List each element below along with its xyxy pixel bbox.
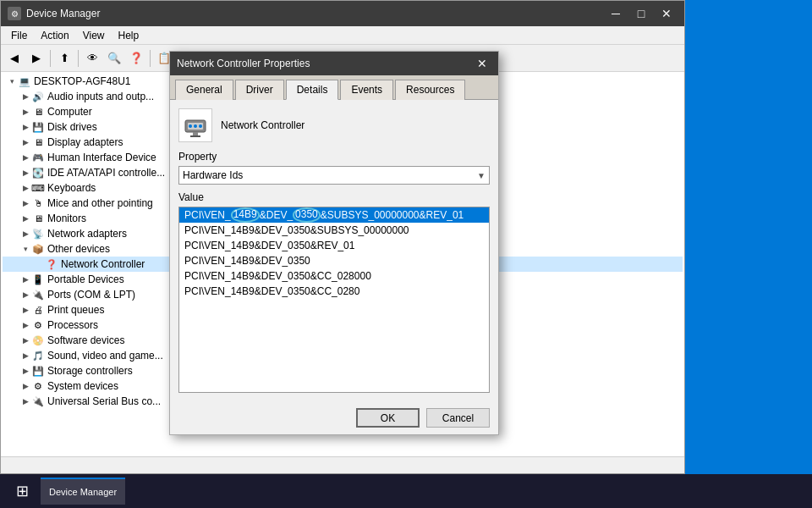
tree-toggle-icon[interactable]: ▶ bbox=[19, 334, 31, 346]
toolbar-help[interactable]: ❓ bbox=[126, 48, 146, 69]
value-list: PCI\VEN_14B9&DEV_0350&SUBSYS_00000000&RE… bbox=[178, 207, 490, 393]
tree-item-icon: 📱 bbox=[31, 273, 45, 286]
toolbar-scan[interactable]: 🔍 bbox=[104, 48, 124, 69]
tree-toggle-icon[interactable]: ▶ bbox=[19, 365, 31, 377]
toolbar-sep-2 bbox=[78, 50, 79, 67]
tree-toggle-icon[interactable]: ▶ bbox=[19, 289, 31, 301]
tree-item-label: Processors bbox=[47, 319, 98, 331]
value-list-item[interactable]: PCI\VEN_14B9&DEV_0350&SUBSYS_00000000 bbox=[179, 223, 489, 238]
menu-action[interactable]: Action bbox=[34, 28, 75, 43]
tree-item-icon: ❓ bbox=[45, 257, 58, 271]
tree-item-icon: 🔊 bbox=[31, 90, 45, 103]
dialog-tab-resources[interactable]: Resources bbox=[395, 80, 465, 100]
cancel-button[interactable]: Cancel bbox=[426, 408, 490, 428]
svg-rect-3 bbox=[190, 135, 200, 137]
value-list-item[interactable]: PCI\VEN_14B9&DEV_0350&REV_01 bbox=[179, 238, 489, 253]
taskbar-dm-item[interactable]: Device Manager bbox=[41, 478, 125, 505]
menu-view[interactable]: View bbox=[76, 28, 112, 43]
tree-toggle-icon[interactable]: ▶ bbox=[19, 395, 31, 407]
svg-point-5 bbox=[194, 124, 197, 128]
value-list-item[interactable]: PCI\VEN_14B9&DEV_0350&CC_028000 bbox=[179, 268, 489, 284]
tree-item-label: Network Controller bbox=[61, 258, 145, 270]
tree-item-icon: 📦 bbox=[31, 242, 45, 256]
tree-item-icon: 📡 bbox=[31, 227, 45, 240]
tree-item-label: Ports (COM & LPT) bbox=[47, 289, 135, 301]
tree-item-label: Monitors bbox=[47, 213, 86, 224]
properties-dialog: Network Controller Properties ✕ GeneralD… bbox=[169, 51, 499, 435]
tree-item-icon: 🎮 bbox=[31, 151, 45, 164]
tree-item-label: Computer bbox=[47, 106, 92, 118]
tree-item-label: Disk drives bbox=[47, 121, 97, 133]
tree-item-label: Sound, video and game... bbox=[47, 350, 163, 362]
tree-toggle-icon[interactable]: ▶ bbox=[19, 121, 31, 133]
tree-toggle-icon[interactable]: ▶ bbox=[19, 152, 31, 163]
menu-file[interactable]: File bbox=[4, 28, 34, 43]
dialog-tab-details[interactable]: Details bbox=[286, 80, 339, 100]
tree-item-icon: 📀 bbox=[31, 334, 45, 347]
dialog-tab-driver[interactable]: Driver bbox=[235, 80, 284, 100]
tree-item-label: Human Interface Device bbox=[47, 152, 156, 163]
dm-titlebar: ⚙ Device Manager ─ □ ✕ bbox=[1, 1, 684, 26]
tree-item-label: Storage controllers bbox=[47, 365, 133, 377]
tree-item-icon: 🖱 bbox=[31, 196, 45, 210]
device-name-label: Network Controller bbox=[221, 119, 304, 131]
tree-item-label: Portable Devices bbox=[47, 273, 124, 285]
toolbar-forward[interactable]: ▶ bbox=[26, 48, 47, 69]
tree-toggle-icon[interactable]: ▶ bbox=[19, 136, 31, 148]
tree-item-label: Network adapters bbox=[47, 228, 127, 240]
tree-toggle-icon[interactable] bbox=[33, 258, 45, 270]
tree-item-icon: 🖥 bbox=[31, 135, 45, 149]
dm-menubar: File Action View Help bbox=[1, 26, 684, 45]
tree-toggle-icon[interactable]: ▶ bbox=[19, 380, 31, 392]
tree-toggle-icon[interactable]: ▶ bbox=[19, 167, 31, 179]
value-list-item[interactable]: PCI\VEN_14B9&DEV_0350&CC_0280 bbox=[179, 284, 489, 299]
tree-toggle-icon[interactable]: ▶ bbox=[19, 106, 31, 118]
menu-help[interactable]: Help bbox=[112, 28, 146, 43]
tree-item-icon: 💾 bbox=[31, 120, 45, 134]
network-controller-icon bbox=[184, 113, 207, 137]
dialog-close-button[interactable]: ✕ bbox=[473, 56, 491, 71]
dialog-titlebar: Network Controller Properties ✕ bbox=[170, 52, 498, 75]
tree-item-label: Print queues bbox=[47, 304, 104, 316]
dropdown-arrow-icon: ▼ bbox=[477, 171, 486, 180]
dm-maximize-button[interactable]: □ bbox=[630, 5, 652, 22]
dm-window-controls: ─ □ ✕ bbox=[605, 5, 678, 22]
tree-toggle-icon[interactable]: ▶ bbox=[19, 319, 31, 331]
value-list-item[interactable]: PCI\VEN_14B9&DEV_0350&SUBSYS_00000000&RE… bbox=[179, 207, 489, 223]
tree-item-label: Display adapters bbox=[47, 136, 123, 148]
tree-item-icon: 🖥 bbox=[31, 212, 45, 225]
tree-item-icon: 🎵 bbox=[31, 349, 45, 362]
svg-point-6 bbox=[199, 124, 202, 128]
toolbar-show-hidden[interactable]: 👁 bbox=[82, 48, 102, 69]
property-dropdown[interactable]: Hardware Ids ▼ bbox=[178, 166, 490, 185]
tree-item-label: Software devices bbox=[47, 334, 124, 346]
svg-rect-2 bbox=[193, 132, 198, 135]
dm-minimize-button[interactable]: ─ bbox=[605, 5, 627, 22]
toolbar-back[interactable]: ◀ bbox=[4, 48, 25, 69]
tree-item-icon: 💽 bbox=[31, 166, 45, 179]
value-label: Value bbox=[178, 191, 490, 203]
tree-toggle-icon[interactable]: ▶ bbox=[19, 228, 31, 240]
dialog-tab-general[interactable]: General bbox=[175, 80, 233, 100]
tree-toggle-icon[interactable]: ▶ bbox=[19, 197, 31, 209]
ok-button[interactable]: OK bbox=[356, 408, 420, 428]
svg-point-4 bbox=[189, 124, 192, 128]
dm-title: Device Manager bbox=[26, 8, 605, 19]
toolbar-up[interactable]: ⬆ bbox=[54, 48, 74, 69]
tree-toggle-icon[interactable]: ▶ bbox=[19, 350, 31, 362]
start-button[interactable]: ⊞ bbox=[7, 478, 37, 505]
tree-toggle-icon[interactable]: ▶ bbox=[19, 304, 31, 316]
tree-toggle-icon[interactable]: ▾ bbox=[19, 243, 31, 255]
dialog-tab-events[interactable]: Events bbox=[340, 80, 393, 100]
tree-item-icon: 🔌 bbox=[31, 395, 45, 408]
tree-toggle-icon[interactable]: ▶ bbox=[19, 182, 31, 194]
tree-toggle-icon[interactable]: ▶ bbox=[19, 213, 31, 224]
value-list-item[interactable]: PCI\VEN_14B9&DEV_0350 bbox=[179, 253, 489, 268]
tree-toggle-icon[interactable]: ▾ bbox=[6, 75, 18, 87]
device-header: Network Controller bbox=[178, 108, 490, 142]
dialog-content: Network Controller Property Hardware Ids… bbox=[170, 100, 498, 401]
tree-toggle-icon[interactable]: ▶ bbox=[19, 91, 31, 102]
tree-toggle-icon[interactable]: ▶ bbox=[19, 273, 31, 285]
tree-item-label: Keyboards bbox=[47, 182, 96, 194]
dm-close-button[interactable]: ✕ bbox=[656, 5, 678, 22]
